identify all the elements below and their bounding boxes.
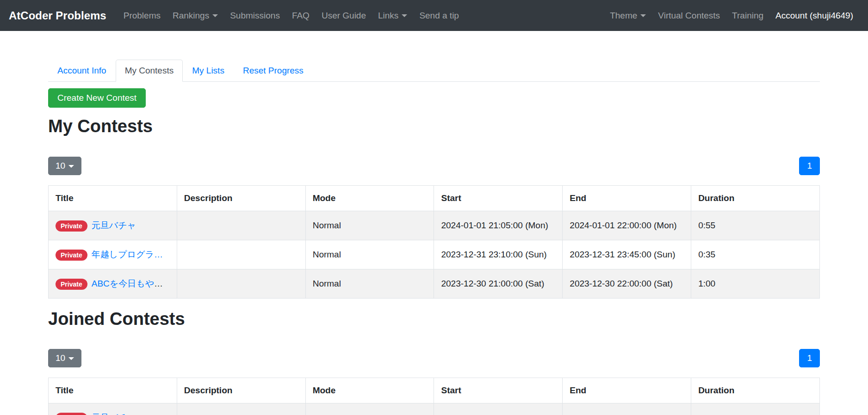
nav-item-user-guide[interactable]: User Guide: [316, 11, 372, 21]
mode-cell: [305, 403, 434, 415]
description-cell: [177, 211, 305, 240]
mode-cell: Normal: [305, 211, 434, 240]
description-cell: [177, 403, 305, 415]
start-cell: 2023-12-30 21:00:00 (Sat): [434, 269, 563, 298]
pagination-page-1-button[interactable]: 1: [799, 349, 820, 367]
duration-cell: 0:35: [691, 240, 820, 269]
column-header-start: Start: [434, 378, 563, 403]
start-cell: 2023-12-31 23:10:00 (Sun): [434, 240, 563, 269]
column-header-mode: Mode: [305, 185, 434, 211]
joined-contests-heading: Joined Contests: [48, 309, 820, 330]
nav-item-training[interactable]: Training: [726, 11, 769, 21]
page-size-dropdown[interactable]: 10: [48, 349, 81, 367]
joined-contests-controls: 10 1: [48, 349, 820, 367]
nav-item-links[interactable]: Links: [372, 11, 413, 21]
navbar-right-group: Theme Virtual Contests Training Account …: [604, 11, 859, 21]
private-badge: Private: [56, 220, 87, 232]
navbar-left-group: Problems Rankings Submissions FAQ User G…: [118, 11, 465, 21]
end-cell: [563, 403, 691, 415]
my-contests-table: Title Description Mode Start End Duratio…: [48, 185, 820, 299]
column-header-title: Title: [49, 378, 177, 403]
column-header-duration: Duration: [691, 378, 820, 403]
duration-cell: 1:00: [691, 269, 820, 298]
end-cell: 2024-01-01 22:00:00 (Mon): [563, 211, 691, 240]
mode-cell: Normal: [305, 269, 434, 298]
private-badge: Private: [56, 279, 87, 290]
nav-item-rankings[interactable]: Rankings: [167, 11, 224, 21]
private-badge: Private: [56, 413, 87, 415]
caret-down-icon: [402, 14, 407, 17]
description-cell: [177, 269, 305, 298]
tab-my-contests[interactable]: My Contests: [116, 60, 183, 82]
start-cell: [434, 403, 563, 415]
account-tabs: Account Info My Contests My Lists Reset …: [48, 60, 820, 82]
private-badge: Private: [56, 250, 87, 261]
tab-my-lists[interactable]: My Lists: [183, 60, 234, 82]
my-contests-heading: My Contests: [48, 116, 820, 137]
start-cell: 2024-01-01 21:05:00 (Mon): [434, 211, 563, 240]
caret-down-icon: [68, 357, 74, 360]
table-row: PrivateABCを今日もやり… Normal 2023-12-30 21:0…: [49, 269, 820, 298]
description-cell: [177, 240, 305, 269]
caret-down-icon: [68, 165, 74, 168]
nav-item-problems[interactable]: Problems: [118, 11, 167, 21]
column-header-description: Description: [177, 378, 305, 403]
page-size-dropdown[interactable]: 10: [48, 157, 81, 175]
table-row: Private元旦バチャ: [49, 403, 820, 415]
nav-item-virtual-contests[interactable]: Virtual Contests: [652, 11, 726, 21]
my-contests-controls: 10 1: [48, 157, 820, 175]
contest-title-link[interactable]: ABCを今日もやり…: [92, 279, 172, 288]
nav-item-submissions[interactable]: Submissions: [224, 11, 286, 21]
create-new-contest-button[interactable]: Create New Contest: [48, 88, 146, 108]
joined-contests-table: Title Description Mode Start End Duratio…: [48, 378, 820, 415]
table-row: Private元旦バチャ Normal 2024-01-01 21:05:00 …: [49, 211, 820, 240]
nav-item-account[interactable]: Account (shuji4649): [769, 11, 859, 21]
main-content: Account Info My Contests My Lists Reset …: [48, 60, 820, 415]
caret-down-icon: [212, 14, 218, 17]
table-row: Private年越しプログラ… Normal 2023-12-31 23:10:…: [49, 240, 820, 269]
end-cell: 2023-12-31 23:45:00 (Sun): [563, 240, 691, 269]
contest-title-link[interactable]: 年越しプログラ…: [92, 250, 163, 259]
duration-cell: 0:55: [691, 211, 820, 240]
column-header-description: Description: [177, 185, 305, 211]
tab-account-info[interactable]: Account Info: [48, 60, 116, 82]
caret-down-icon: [640, 14, 646, 17]
column-header-mode: Mode: [305, 378, 434, 403]
column-header-end: End: [563, 185, 691, 211]
table-header-row: Title Description Mode Start End Duratio…: [49, 378, 820, 403]
column-header-end: End: [563, 378, 691, 403]
brand-title[interactable]: AtCoder Problems: [9, 9, 106, 22]
column-header-title: Title: [49, 185, 177, 211]
nav-item-faq[interactable]: FAQ: [286, 11, 316, 21]
top-navbar: AtCoder Problems Problems Rankings Submi…: [0, 0, 868, 31]
end-cell: 2023-12-30 22:00:00 (Sat): [563, 269, 691, 298]
nav-item-send-a-tip[interactable]: Send a tip: [413, 11, 465, 21]
mode-cell: Normal: [305, 240, 434, 269]
pagination-page-1-button[interactable]: 1: [799, 157, 820, 175]
table-header-row: Title Description Mode Start End Duratio…: [49, 185, 820, 211]
column-header-start: Start: [434, 185, 563, 211]
column-header-duration: Duration: [691, 185, 820, 211]
contest-title-link[interactable]: 元旦バチャ: [92, 220, 136, 230]
tab-reset-progress[interactable]: Reset Progress: [234, 60, 313, 82]
contest-title-link[interactable]: 元旦バチャ: [92, 413, 136, 415]
nav-item-theme[interactable]: Theme: [604, 11, 652, 21]
duration-cell: [691, 403, 820, 415]
